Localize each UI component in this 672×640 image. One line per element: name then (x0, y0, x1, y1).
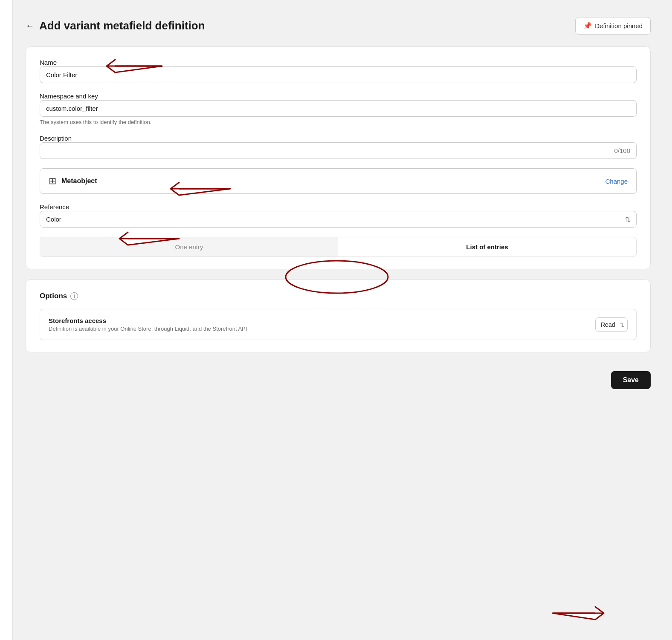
namespace-input[interactable] (40, 100, 637, 117)
description-input[interactable] (40, 142, 637, 159)
change-link[interactable]: Change (605, 178, 628, 185)
definition-pinned-button[interactable]: 📌 Definition pinned (575, 17, 651, 35)
metaobject-row: ⊞ Metaobject Change (40, 168, 637, 194)
pinned-label: Definition pinned (595, 22, 643, 29)
options-title-row: Options i (40, 292, 637, 300)
description-field-group: Description (40, 135, 637, 159)
namespace-field-group: Namespace and key The system uses this t… (40, 92, 637, 125)
read-select-wrapper: Read ⇅ (595, 317, 628, 332)
namespace-hint: The system uses this to identify the def… (40, 119, 637, 125)
storefront-text-group: Storefronts access Definition is availab… (49, 317, 595, 332)
back-button[interactable]: ← (26, 21, 34, 31)
main-form-card: Name Namespace and key The system uses t… (26, 46, 651, 269)
read-select[interactable]: Read (595, 317, 628, 332)
options-label: Options (40, 292, 67, 300)
pin-icon: 📌 (583, 22, 592, 30)
svg-marker-7 (553, 607, 604, 620)
page-title: Add variant metafield definition (39, 19, 205, 32)
reference-field-group: Reference Color ⇅ (40, 203, 637, 228)
reference-select-wrapper: Color ⇅ (40, 211, 637, 228)
metaobject-left: ⊞ Metaobject (49, 176, 97, 187)
name-label: Name (40, 59, 57, 66)
metaobject-icon: ⊞ (49, 176, 56, 187)
name-input[interactable] (40, 66, 637, 83)
description-label: Description (40, 135, 72, 142)
reference-label: Reference (40, 203, 69, 210)
metaobject-label: Metaobject (61, 177, 97, 185)
one-entry-button[interactable]: One entry (40, 237, 338, 257)
namespace-label: Namespace and key (40, 92, 98, 100)
storefront-desc: Definition is available in your Online S… (49, 326, 595, 332)
options-card: Options i Storefronts access Definition … (26, 280, 651, 352)
storefront-row: Storefronts access Definition is availab… (40, 309, 637, 340)
name-field-group: Name (40, 59, 637, 83)
footer-area: Save (26, 363, 651, 402)
page-header: ← Add variant metafield definition 📌 Def… (26, 17, 651, 35)
info-icon[interactable]: i (70, 292, 78, 300)
list-of-entries-button[interactable]: List of entries (338, 237, 636, 257)
reference-select[interactable]: Color (40, 211, 637, 228)
save-button[interactable]: Save (611, 371, 651, 389)
entry-toggle: One entry List of entries (40, 237, 637, 257)
storefront-title: Storefronts access (49, 317, 595, 324)
